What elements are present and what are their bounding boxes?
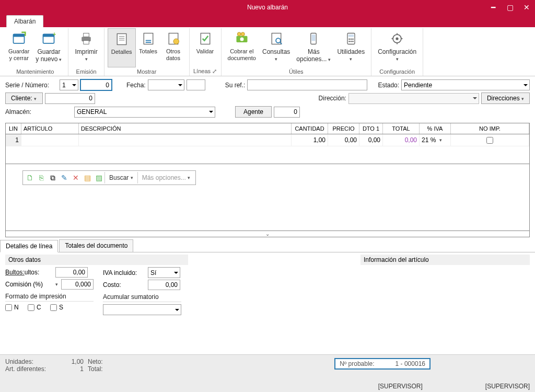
fecha-select[interactable] xyxy=(148,79,184,90)
save-new-label: Guardar y nuevo xyxy=(36,48,60,63)
tab-albaran[interactable]: Albarán xyxy=(6,15,43,27)
chevron-down-icon: ▾ xyxy=(350,56,352,62)
configuracion-button[interactable]: Configuración▾ xyxy=(375,28,420,67)
duplicate-icon[interactable]: ⧉ xyxy=(47,172,59,183)
detail-tabs: Detalles de línea Totales del documento xyxy=(0,239,535,252)
print-label: Imprimir xyxy=(75,48,97,55)
svg-rect-6 xyxy=(84,33,89,37)
detalles-label: Detalles xyxy=(111,49,132,55)
save-new-icon: + xyxy=(40,30,57,47)
minimize-button[interactable]: ━ xyxy=(485,0,502,15)
save-close-button[interactable]: Guardar y cerrar xyxy=(5,28,32,67)
mas-opciones-toolbar-button[interactable]: Más opciones... ▾ xyxy=(137,172,194,183)
svg-point-20 xyxy=(237,32,241,36)
utilidades-button[interactable]: Utilidades▾ xyxy=(334,28,368,67)
close-button[interactable]: ✕ xyxy=(518,0,535,15)
fecha-label: Fecha: xyxy=(126,82,146,89)
fecha-extra-input[interactable] xyxy=(187,79,205,90)
expand-bar[interactable]: ⌄ xyxy=(5,231,530,237)
cell-noimp[interactable] xyxy=(451,134,529,146)
money-icon xyxy=(234,30,250,47)
gear-icon xyxy=(389,30,405,47)
query-icon xyxy=(268,30,285,47)
cliente-input[interactable] xyxy=(45,93,95,104)
comision-input[interactable] xyxy=(61,279,94,290)
notes-icon[interactable]: ▤ xyxy=(82,172,93,183)
art-dif-value: 1 xyxy=(57,365,84,373)
svg-point-16 xyxy=(173,39,179,44)
suref-input[interactable] xyxy=(247,79,367,90)
almacen-select[interactable]: GENERAL xyxy=(74,107,215,118)
user2: [SUPERVISOR] xyxy=(485,383,530,390)
agente-input[interactable] xyxy=(274,107,300,118)
chk-s[interactable]: S xyxy=(50,304,63,311)
chevron-down-icon: ⌄ xyxy=(265,231,270,237)
tab-totales-documento[interactable]: Totales del documento xyxy=(59,239,133,252)
otros-datos-button[interactable]: Otros datos xyxy=(161,28,186,67)
table-row[interactable]: 1 1,00 0,00 0,00 0,00 21 % ▾ xyxy=(6,134,529,146)
svg-point-21 xyxy=(241,32,245,36)
cell-dto1[interactable]: 0,00 xyxy=(359,134,383,146)
acumular-select[interactable] xyxy=(103,304,181,315)
validate-icon xyxy=(197,30,214,47)
image-icon[interactable]: ▨ xyxy=(93,172,104,183)
ribbon: Guardar y cerrar + Guardar y nuevo ▾ Man… xyxy=(0,27,535,76)
svg-point-36 xyxy=(396,37,399,40)
consultas-button[interactable]: Consultas▾ xyxy=(259,28,293,67)
validar-button[interactable]: Validar xyxy=(193,28,218,67)
save-new-button[interactable]: + Guardar y nuevo ▾ xyxy=(32,28,65,67)
chevron-down-icon[interactable]: ▾ xyxy=(55,282,58,287)
noimp-checkbox[interactable] xyxy=(486,137,493,144)
numero-input[interactable] xyxy=(80,79,112,90)
serie-select[interactable]: 1 xyxy=(60,79,78,90)
buscar-button[interactable]: Buscar ▾ xyxy=(104,172,137,183)
save-close-icon xyxy=(10,30,27,47)
estado-select[interactable]: Pendiente xyxy=(401,79,530,90)
cliente-button[interactable]: Cliente: ▾ xyxy=(5,93,43,104)
cell-lin: 1 xyxy=(6,134,21,146)
svg-point-31 xyxy=(352,39,354,40)
totals-icon xyxy=(140,30,157,47)
detalles-button[interactable]: Detalles xyxy=(108,28,136,67)
svg-rect-8 xyxy=(117,34,126,45)
group-utiles: Útiles xyxy=(225,67,368,76)
otros-datos-label: Otros datos xyxy=(166,48,180,62)
col-precio: PRECIO xyxy=(328,123,359,134)
user1: [SUPERVISOR] xyxy=(378,383,423,390)
bultos-input[interactable] xyxy=(55,267,88,278)
cell-precio[interactable]: 0,00 xyxy=(328,134,359,146)
group-mostrar: Mostrar xyxy=(108,67,186,76)
agente-button[interactable]: Agente xyxy=(235,106,272,118)
costo-input[interactable] xyxy=(148,280,180,290)
print-button[interactable]: Imprimir▾ xyxy=(72,28,100,67)
new-line-icon[interactable]: 🗋 xyxy=(24,172,36,183)
cobrar-button[interactable]: Cobrar el documento xyxy=(225,28,259,67)
tab-detalles-linea[interactable]: Detalles de línea xyxy=(0,240,58,252)
calculator-icon xyxy=(343,30,359,47)
chk-n[interactable]: N xyxy=(5,304,19,311)
totales-button[interactable]: Totales xyxy=(136,28,161,67)
consultas-label: Consultas xyxy=(262,48,290,55)
cell-descripcion[interactable] xyxy=(79,134,292,146)
col-descripcion: DESCRIPCIÓN xyxy=(79,123,292,134)
chevron-down-icon: ▾ xyxy=(59,57,62,62)
iva-incluido-select[interactable]: Sí xyxy=(148,267,180,278)
svg-point-30 xyxy=(350,39,352,40)
col-articulo: ARTÍCULO xyxy=(21,123,79,134)
maximize-button[interactable]: ▢ xyxy=(502,0,518,15)
cell-iva[interactable]: 21 % ▾ xyxy=(420,134,451,146)
direccion-select xyxy=(348,93,479,104)
probable-value: 1 - 000016 xyxy=(396,360,425,367)
cell-articulo[interactable] xyxy=(21,134,79,146)
group-config: Configuración xyxy=(375,67,420,76)
mas-opciones-button[interactable]: Más opciones... ▾ xyxy=(293,28,334,67)
svg-rect-26 xyxy=(312,34,316,41)
cell-cantidad[interactable]: 1,00 xyxy=(292,134,328,146)
direcciones-button[interactable]: Direcciones ▾ xyxy=(481,93,530,104)
art-dif-label: Art. diferentes: xyxy=(5,365,57,373)
delete-line-icon[interactable]: ✕ xyxy=(70,172,82,183)
chk-c[interactable]: C xyxy=(28,304,41,311)
copy-line-icon[interactable]: ⎘ xyxy=(36,172,47,183)
edit-line-icon[interactable]: ✎ xyxy=(59,172,70,183)
probable-label: Nº probable: xyxy=(340,360,374,367)
